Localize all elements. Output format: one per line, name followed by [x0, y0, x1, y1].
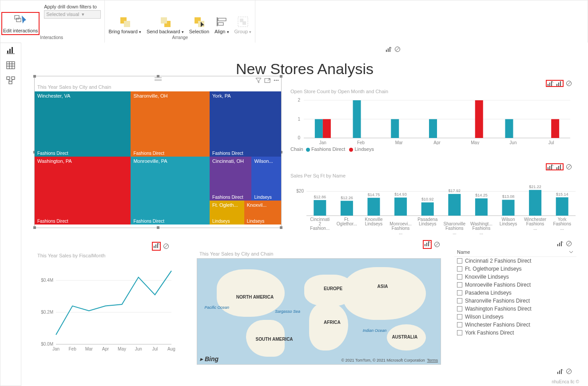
- interaction-highlight-icon[interactable]: [556, 164, 562, 170]
- bring-forward-button[interactable]: Bring forward ▾: [108, 16, 141, 34]
- svg-text:Lindseys: Lindseys: [365, 221, 382, 226]
- group-button[interactable]: Group ▾: [234, 16, 252, 34]
- svg-rect-14: [7, 51, 8, 53]
- interaction-none-icon[interactable]: [566, 80, 572, 87]
- svg-rect-140: [426, 243, 427, 246]
- svg-rect-25: [386, 50, 387, 52]
- interaction-filter-icon[interactable]: [557, 240, 563, 247]
- slicer-item[interactable]: Winchester Fashions Direct: [454, 321, 576, 329]
- map-title: This Year Sales by City and Chain: [197, 249, 441, 258]
- svg-text:1: 1: [298, 117, 300, 122]
- map-body[interactable]: NORTH AMERICA EUROPE ASIA AFRICA SOUTH A…: [197, 258, 441, 365]
- slicer-item[interactable]: Pasadena Lindseys: [454, 289, 576, 297]
- svg-rect-0: [15, 16, 19, 19]
- svg-text:$21.22: $21.22: [529, 185, 541, 189]
- ribbon-group-label-interactions: Interactions: [40, 34, 63, 41]
- slicer-visual[interactable]: Name Cincinnati 2 Fashions DirectFt. Ogl…: [454, 249, 576, 351]
- svg-rect-144: [557, 244, 558, 246]
- interaction-filter-icon[interactable]: [557, 368, 563, 374]
- interaction-none-icon[interactable]: [434, 241, 440, 248]
- report-view-icon[interactable]: [6, 46, 15, 54]
- storecount-visual[interactable]: Open Store Count by Open Month and Chain…: [288, 87, 581, 162]
- slicer-item[interactable]: Cincinnati 2 Fashions Direct: [454, 257, 576, 265]
- checkbox[interactable]: [457, 298, 462, 303]
- treemap-body[interactable]: Winchester, VAFashions Direct Washington…: [35, 91, 281, 225]
- slicer-item[interactable]: Monroeville Fashions Direct: [454, 281, 576, 289]
- svg-text:Jul: Jul: [548, 140, 554, 145]
- svg-text:2: 2: [298, 98, 300, 102]
- edit-interactions-button[interactable]: Edit interactions: [2, 13, 39, 34]
- storecount-title: Open Store Count by Open Month and Chain: [288, 87, 581, 96]
- svg-rect-146: [561, 241, 562, 246]
- interaction-none-icon[interactable]: [566, 240, 572, 247]
- selection-button[interactable]: Selection: [189, 16, 209, 34]
- interaction-none-icon[interactable]: [566, 164, 572, 170]
- drilldown-visual-select[interactable]: Selected visual ▾: [44, 10, 101, 19]
- send-backward-button[interactable]: Send backward ▾: [147, 16, 184, 34]
- interaction-highlight-icon[interactable]: [556, 80, 562, 87]
- svg-text:$15.14: $15.14: [556, 192, 568, 197]
- svg-rect-26: [388, 48, 389, 52]
- focus-mode-icon[interactable]: [264, 77, 270, 83]
- checkbox[interactable]: [457, 258, 462, 264]
- svg-rect-122: [157, 243, 158, 248]
- checkbox[interactable]: [457, 322, 462, 327]
- model-view-icon[interactable]: [6, 76, 15, 84]
- slicer-item-label: York Fashions Direct: [465, 330, 514, 336]
- svg-rect-35: [560, 81, 561, 86]
- slicer-item[interactable]: Wilson Lindseys: [454, 313, 576, 321]
- svg-text:May: May: [118, 347, 126, 351]
- svg-rect-27: [389, 47, 390, 52]
- checkbox[interactable]: [457, 290, 462, 295]
- svg-text:Mar: Mar: [395, 140, 403, 145]
- slicer-item[interactable]: York Fashions Direct: [454, 329, 576, 337]
- svg-text:Feb: Feb: [357, 140, 365, 145]
- svg-point-40: [276, 80, 277, 81]
- svg-rect-22: [7, 77, 10, 79]
- checkbox[interactable]: [457, 266, 462, 272]
- checkbox[interactable]: [457, 274, 462, 280]
- svg-text:Mar: Mar: [85, 347, 93, 351]
- checkbox[interactable]: [457, 314, 462, 319]
- align-button[interactable]: Align ▾: [215, 16, 229, 34]
- svg-text:Apr: Apr: [433, 140, 441, 145]
- svg-line-37: [567, 82, 571, 85]
- svg-rect-96: [448, 194, 461, 216]
- data-view-icon[interactable]: [6, 61, 15, 69]
- interaction-filter-icon[interactable]: [385, 46, 392, 52]
- ribbon: Edit interactions Apply drill down filte…: [0, 0, 588, 43]
- checkbox[interactable]: [457, 330, 462, 335]
- checkbox[interactable]: [457, 282, 462, 288]
- interaction-none-icon[interactable]: [566, 368, 572, 374]
- slicer-item-label: Wilson Lindseys: [465, 314, 504, 320]
- svg-text:Aug: Aug: [167, 347, 175, 351]
- slicer-item[interactable]: Knoxville Lindseys: [454, 273, 576, 281]
- slicer-item[interactable]: Ft. Oglethorpe Lindseys: [454, 265, 576, 273]
- map-visual[interactable]: This Year Sales by City and Chain NORTH …: [197, 249, 441, 365]
- slicer-item[interactable]: Washington Fashions Direct: [454, 305, 576, 313]
- interaction-none-icon[interactable]: [394, 46, 401, 52]
- sqft-visual[interactable]: Sales Per Sq Ft by Name $20$12.86Cincinn…: [288, 171, 581, 238]
- svg-rect-79: [341, 201, 353, 216]
- filter-icon[interactable]: [255, 77, 262, 83]
- svg-rect-3: [124, 21, 130, 27]
- interaction-none-icon[interactable]: [163, 243, 169, 249]
- chevron-down-icon[interactable]: [568, 249, 574, 255]
- svg-text:...: ...: [480, 230, 483, 235]
- svg-rect-139: [425, 244, 425, 246]
- interaction-filter-icon[interactable]: [153, 242, 159, 248]
- checkbox[interactable]: [457, 306, 462, 311]
- svg-rect-67: [558, 166, 559, 169]
- slicer-item[interactable]: Sharonville Fashions Direct: [454, 297, 576, 305]
- svg-rect-30: [548, 84, 548, 86]
- svg-text:Jan: Jan: [52, 347, 60, 351]
- line-visual[interactable]: This Year Sales by FiscalMonth $0.0M$0.2…: [35, 251, 177, 362]
- map-terms-link[interactable]: Terms: [427, 358, 438, 362]
- interaction-filter-icon[interactable]: [547, 164, 553, 170]
- svg-text:Jun: Jun: [135, 347, 142, 351]
- more-options-icon[interactable]: [273, 77, 279, 83]
- svg-text:$0.2M: $0.2M: [41, 310, 53, 315]
- treemap-visual[interactable]: This Year Sales by City and Chain Winche…: [35, 76, 281, 228]
- interaction-filter-icon[interactable]: [424, 240, 430, 247]
- interaction-filter-icon[interactable]: [547, 80, 553, 87]
